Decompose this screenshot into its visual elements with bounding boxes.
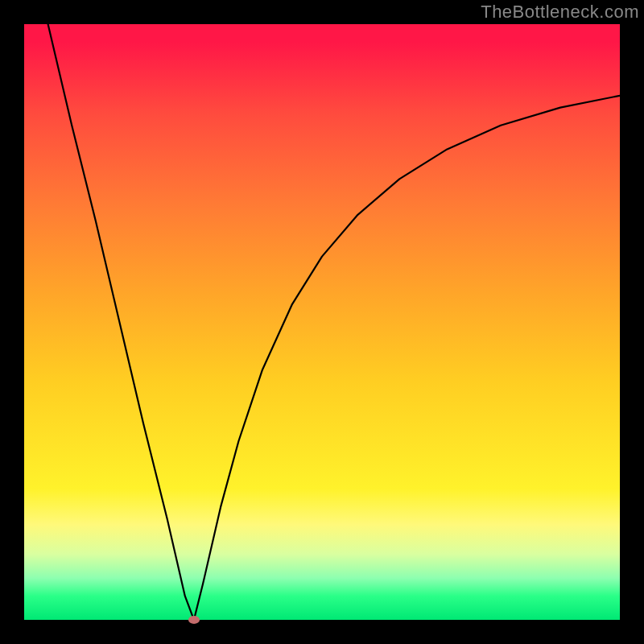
bottleneck-curve: [24, 24, 620, 620]
attribution-label: TheBottleneck.com: [481, 2, 639, 23]
minimum-marker: [188, 616, 200, 624]
chart-canvas: TheBottleneck.com: [0, 0, 644, 644]
plot-area: [24, 24, 620, 620]
